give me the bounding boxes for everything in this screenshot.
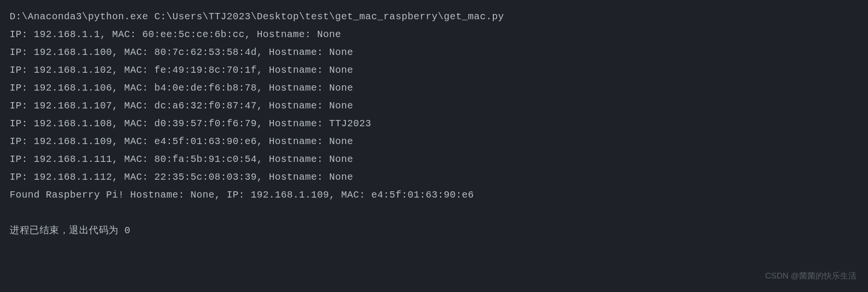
- exit-message: 进程已结束，退出代码为 0: [10, 222, 858, 239]
- output-entry: IP: 192.168.1.1, MAC: 60:ee:5c:ce:6b:cc,…: [10, 26, 858, 43]
- output-entry: IP: 192.168.1.102, MAC: fe:49:19:8c:70:1…: [10, 61, 858, 79]
- blank-line: [10, 204, 858, 222]
- found-raspberry-line: Found Raspberry Pi! Hostname: None, IP: …: [10, 186, 858, 204]
- output-entries: IP: 192.168.1.1, MAC: 60:ee:5c:ce:6b:cc,…: [10, 26, 858, 186]
- command-line: D:\Anaconda3\python.exe C:\Users\TTJ2023…: [10, 8, 858, 26]
- watermark: CSDN @菌菌的快乐生活: [765, 268, 856, 283]
- output-entry: IP: 192.168.1.108, MAC: d0:39:57:f0:f6:7…: [10, 115, 858, 133]
- output-entry: IP: 192.168.1.100, MAC: 80:7c:62:53:58:4…: [10, 43, 858, 61]
- output-entry: IP: 192.168.1.107, MAC: dc:a6:32:f0:87:4…: [10, 97, 858, 115]
- output-entry: IP: 192.168.1.109, MAC: e4:5f:01:63:90:e…: [10, 133, 858, 150]
- output-entry: IP: 192.168.1.111, MAC: 80:fa:5b:91:c0:5…: [10, 150, 858, 168]
- output-entry: IP: 192.168.1.106, MAC: b4:0e:de:f6:b8:7…: [10, 79, 858, 97]
- output-entry: IP: 192.168.1.112, MAC: 22:35:5c:08:03:3…: [10, 168, 858, 186]
